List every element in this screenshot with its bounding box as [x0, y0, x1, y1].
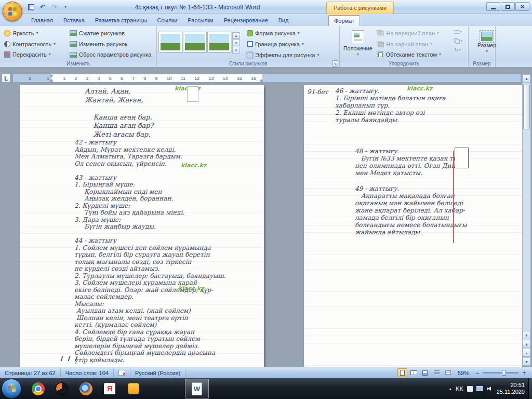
ruler-number: 7 [132, 76, 135, 81]
text-wrapping-button[interactable]: Обтекание текстом ▾ [375, 49, 452, 60]
outline-view-icon [434, 370, 440, 375]
redo-button[interactable]: ↷ [49, 3, 59, 12]
tab-review[interactable]: Рецензирование [219, 15, 273, 26]
zoom-out-button[interactable]: − [474, 369, 481, 377]
redo-icon: ↷ [51, 4, 57, 10]
picture-style-1[interactable] [159, 32, 182, 52]
first-line-indent-marker[interactable] [49, 75, 54, 77]
taskbar-chrome-button[interactable] [26, 379, 50, 398]
zoom-slider[interactable] [483, 372, 519, 374]
page-indicator[interactable]: Страница: 27 из 62 [0, 369, 61, 377]
clock[interactable]: 20:51 25.11.2020 [497, 382, 525, 395]
zoom-level[interactable]: 59% [455, 370, 472, 376]
ruler-number: 2 [29, 76, 31, 81]
fullscreen-reading-view-button[interactable] [409, 368, 419, 377]
taskbar-firefox-button[interactable] [74, 379, 98, 398]
outline-view-button[interactable] [432, 368, 442, 377]
volume-icon[interactable] [487, 385, 493, 392]
picture-border-button[interactable]: Граница рисунка ▾ [245, 39, 327, 49]
change-picture-button[interactable]: Изменить рисунок [68, 39, 154, 49]
taskbar-yellow-app-button[interactable] [122, 379, 145, 398]
horizontal-ruler[interactable]: 2 1 1 2 3 4 5 6 7 8 9 10 11 12 13 14 15 … [12, 74, 521, 83]
ruler-number: 4 [98, 76, 100, 81]
rotate-button[interactable]: ↻▾ [454, 46, 466, 54]
previous-page-button[interactable]: ▲ [523, 340, 530, 348]
watermark: klacc.kz [407, 85, 432, 92]
brightness-icon [4, 30, 10, 36]
draft-view-button[interactable] [443, 368, 453, 377]
ruler-number: 10 [167, 76, 172, 81]
logo-quadrant [8, 12, 12, 16]
save-button[interactable] [26, 3, 36, 12]
network-icon[interactable] [476, 386, 483, 391]
minimize-button[interactable] [486, 2, 500, 11]
show-hidden-icons-button[interactable]: ▲ [448, 387, 452, 391]
tab-page-layout[interactable]: Разметка страницы [90, 15, 152, 26]
language-switch[interactable]: KK [456, 385, 463, 392]
scroll-up-button[interactable]: ▲ [523, 74, 530, 83]
show-desktop-button[interactable] [528, 378, 532, 399]
reset-picture-button[interactable]: Сброс параметров рисунка [68, 49, 154, 60]
zoom-slider-thumb[interactable] [502, 370, 506, 376]
tab-insert[interactable]: Вставка [58, 15, 90, 26]
select-browse-object-button[interactable]: • [523, 349, 530, 357]
picture-shape-button[interactable]: Форма рисунка ▾ [245, 28, 327, 38]
word-count[interactable]: Число слов: 104 [61, 369, 114, 377]
picture-effects-button[interactable]: Эффекты для рисунка ▾ [245, 50, 327, 60]
tab-stop-selector[interactable]: L [2, 74, 10, 83]
zoom-in-button[interactable]: + [521, 369, 528, 377]
tab-references[interactable]: Ссылки [152, 15, 183, 26]
size-button[interactable]: Размер ▾ [471, 28, 503, 60]
right-indent-marker[interactable] [259, 79, 263, 82]
recolor-label: Перекрасить [12, 51, 47, 58]
undo-button[interactable]: ↶ [37, 3, 48, 12]
ruler-number: 11 [181, 76, 185, 81]
undo-icon: ↶ [40, 4, 46, 10]
picture-style-2[interactable] [183, 32, 206, 52]
ruler-number: 14 [223, 76, 228, 81]
scrollbar-thumb[interactable] [523, 85, 530, 129]
recolor-button[interactable]: Перекрасить ▾ [2, 49, 68, 60]
brightness-button[interactable]: Яркость ▾ [2, 28, 68, 38]
taskbar-yandex-button[interactable]: Я [98, 379, 122, 398]
web-layout-view-button[interactable] [420, 368, 430, 377]
left-indent-marker[interactable] [49, 79, 54, 82]
ruler-number: 2 [74, 76, 77, 81]
taskbar-dark-app-button[interactable] [50, 379, 74, 398]
up-icon: ▲ [235, 34, 238, 37]
contrast-button[interactable]: Контрастность ▾ [2, 39, 68, 49]
styles-scroll-down-button[interactable]: ▼ [232, 39, 240, 46]
tab-view[interactable]: Вид [273, 15, 294, 26]
double-down-icon: ▼ [525, 360, 528, 364]
styles-scroll-up-button[interactable]: ▲ [232, 32, 240, 39]
bring-to-front-button[interactable]: На передний план ▾ [375, 28, 452, 38]
office-button[interactable] [3, 2, 22, 21]
ruler-number: 1 [63, 76, 65, 81]
picture-style-3[interactable] [208, 32, 231, 52]
maximize-button[interactable] [501, 2, 515, 11]
tab-format[interactable]: Формат [328, 15, 360, 26]
taskbar-word-button[interactable]: W [185, 379, 209, 398]
chevron-down-icon: ▾ [298, 31, 300, 35]
tab-home[interactable]: Главная [26, 15, 58, 26]
group-objects-button[interactable]: ▾ [454, 37, 466, 45]
vertical-scrollbar[interactable]: ▲ ▼ ▲ • ▼ [522, 74, 531, 366]
position-button[interactable]: Положение ▾ [342, 28, 374, 60]
group-picture-styles: ▲ ▼ ▼ Форма рисунка ▾ Граница рисунка ▾ [157, 26, 340, 67]
scroll-down-button[interactable]: ▼ [523, 331, 530, 339]
styles-dialog-launcher[interactable]: ↘ [332, 60, 338, 66]
qat-customize-button[interactable]: ▾ [60, 3, 71, 12]
close-button[interactable]: × [515, 2, 529, 11]
next-page-button[interactable]: ▼ [523, 357, 530, 366]
proofing-status[interactable]: × [114, 369, 130, 377]
language-indicator[interactable]: Русский (Россия) [130, 369, 185, 377]
align-button[interactable]: ▾ [454, 28, 466, 36]
start-button[interactable] [2, 379, 21, 398]
send-to-back-button[interactable]: На задний план ▾ [375, 39, 452, 49]
styles-more-button[interactable]: ▼ [232, 47, 240, 54]
ruler-numbers: 1 2 3 4 5 6 7 8 9 10 11 12 13 14 15 16 [63, 74, 256, 82]
compress-pictures-button[interactable]: Сжатие рисунков [68, 28, 154, 38]
print-layout-view-button[interactable] [397, 368, 407, 377]
tray-app-icon[interactable] [467, 386, 473, 392]
tab-mailings[interactable]: Рассылки [182, 15, 218, 26]
